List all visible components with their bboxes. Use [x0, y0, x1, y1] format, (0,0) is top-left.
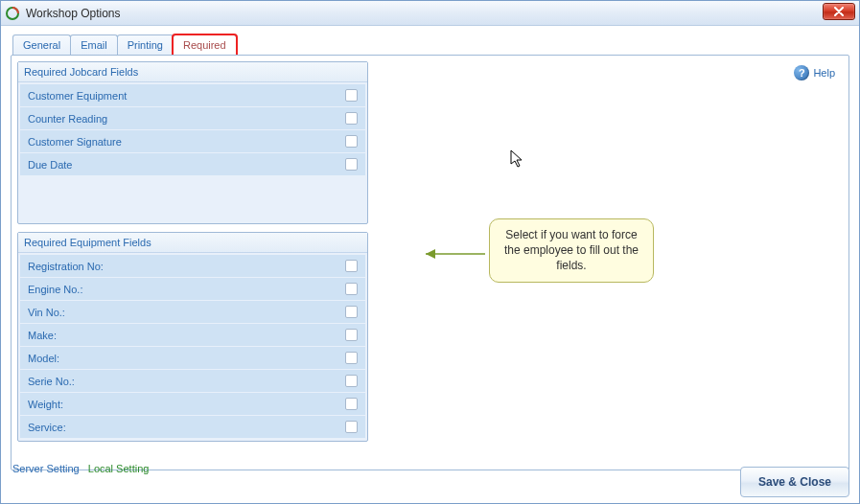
checkbox-engine-no[interactable] [345, 283, 358, 295]
label-serie-no: Serie No.: [28, 376, 75, 387]
checkbox-serie-no[interactable] [345, 375, 358, 387]
help-icon: ? [794, 65, 809, 80]
callout-tooltip: Select if you want to force the employee… [489, 218, 654, 283]
label-registration-no: Registration No: [28, 261, 104, 272]
app-icon [5, 6, 20, 21]
row-model: Model: [20, 347, 365, 370]
callout-text: Select if you want to force the employee… [504, 228, 639, 272]
group-jobcard-body: Customer Equipment Counter Reading Custo… [18, 82, 367, 222]
row-weight: Weight: [20, 393, 365, 416]
cursor-icon [510, 149, 525, 169]
checkbox-weight[interactable] [345, 398, 358, 410]
checkbox-make[interactable] [345, 329, 358, 341]
group-equipment-title: Required Equipment Fields [18, 233, 367, 253]
label-weight: Weight: [28, 399, 63, 410]
label-due-date: Due Date [28, 159, 72, 171]
group-equipment-fields: Required Equipment Fields Registration N… [17, 232, 368, 442]
left-column: Required Jobcard Fields Customer Equipme… [17, 61, 368, 442]
row-service: Service: [20, 416, 365, 439]
label-counter-reading: Counter Reading [28, 113, 107, 125]
label-service: Service: [28, 422, 66, 433]
label-model: Model: [28, 353, 59, 364]
row-registration-no: Registration No: [20, 255, 365, 278]
checkbox-customer-equipment[interactable] [345, 89, 358, 102]
label-vin-no: Vin No.: [28, 307, 65, 318]
checkbox-service[interactable] [345, 421, 358, 433]
label-engine-no: Engine No.: [28, 284, 82, 295]
server-setting-link[interactable]: Server Setting [12, 463, 80, 474]
row-counter-reading: Counter Reading [20, 107, 365, 130]
callout-arrow-icon [422, 245, 489, 263]
tabstrip: General Email Printing Required [1, 26, 859, 55]
tab-panel: Required Jobcard Fields Customer Equipme… [11, 55, 849, 470]
footer-links: Server Setting Local Setting [12, 463, 149, 474]
row-engine-no: Engine No.: [20, 278, 365, 301]
tab-printing[interactable]: Printing [117, 34, 174, 56]
row-customer-equipment: Customer Equipment [20, 84, 365, 107]
checkbox-vin-no[interactable] [345, 306, 358, 318]
tab-required[interactable]: Required [173, 34, 237, 56]
group-jobcard-title: Required Jobcard Fields [18, 62, 367, 82]
tab-general[interactable]: General [12, 34, 71, 56]
checkbox-registration-no[interactable] [345, 260, 358, 272]
content-area: General Email Printing Required Required… [1, 26, 859, 503]
local-setting-link[interactable]: Local Setting [88, 463, 150, 474]
group-equipment-body: Registration No: Engine No.: Vin No.: Ma… [18, 253, 367, 441]
tab-email[interactable]: Email [70, 34, 118, 56]
checkbox-counter-reading[interactable] [345, 112, 358, 125]
label-customer-signature: Customer Signature [28, 136, 122, 148]
save-close-button[interactable]: Save & Close [740, 467, 849, 497]
row-vin-no: Vin No.: [20, 301, 365, 324]
titlebar: Workshop Options [1, 1, 859, 26]
checkbox-due-date[interactable] [345, 158, 358, 171]
row-customer-signature: Customer Signature [20, 130, 365, 153]
help-label: Help [813, 67, 835, 79]
close-button[interactable] [823, 3, 855, 20]
row-serie-no: Serie No.: [20, 370, 365, 393]
group-jobcard-fields: Required Jobcard Fields Customer Equipme… [17, 61, 368, 224]
close-icon [834, 7, 844, 16]
label-customer-equipment: Customer Equipment [28, 90, 127, 102]
help-link[interactable]: ? Help [794, 65, 835, 80]
checkbox-model[interactable] [345, 352, 358, 364]
window-title: Workshop Options [26, 7, 121, 20]
checkbox-customer-signature[interactable] [345, 135, 358, 148]
label-make: Make: [28, 330, 57, 341]
row-make: Make: [20, 324, 365, 347]
row-due-date: Due Date [20, 153, 365, 176]
